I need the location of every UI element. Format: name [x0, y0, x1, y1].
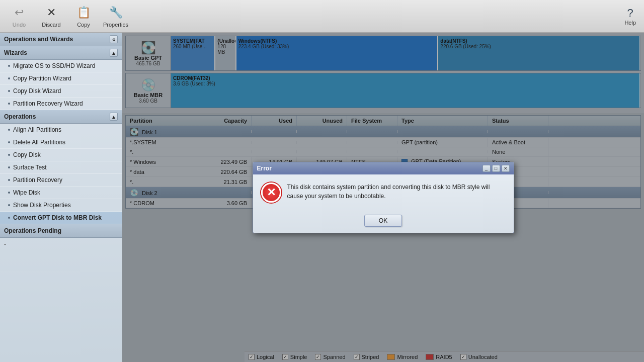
sidebar-item-surface-test[interactable]: Surface Test: [0, 161, 122, 174]
ops-pending-content: -: [0, 238, 122, 251]
main-container: Operations and Wizards « Wizards ▲ Migra…: [0, 33, 644, 362]
modal-titlebar: Error _ □ ✕: [253, 162, 514, 174]
sidebar-item-convert-gpt-label: Convert GPT Disk to MBR Disk: [13, 214, 102, 221]
sidebar-item-convert-gpt[interactable]: Convert GPT Disk to MBR Disk: [0, 212, 122, 224]
toolbar: ↩ Undo ✕ Discard 📋 Copy 🔧 Properties ? H…: [0, 0, 644, 33]
properties-button[interactable]: 🔧 Properties: [101, 2, 131, 31]
undo-button[interactable]: ↩ Undo: [4, 2, 34, 31]
sidebar-item-show-disk-props-label: Show Disk Properties: [13, 202, 71, 209]
undo-icon: ↩: [11, 5, 27, 21]
modal-title: Error: [257, 165, 272, 172]
modal-footer: OK: [253, 211, 514, 233]
sidebar-item-migrate-os[interactable]: Migrate OS to SSD/HD Wizard: [0, 60, 122, 72]
sidebar-item-copy-partition[interactable]: Copy Partition Wizard: [0, 72, 122, 85]
operations-section-label: Operations: [4, 113, 36, 120]
sidebar-item-copy-partition-label: Copy Partition Wizard: [13, 75, 71, 82]
error-icon: ✕: [261, 183, 281, 203]
discard-label: Discard: [42, 22, 60, 28]
discard-icon: ✕: [43, 5, 59, 21]
sidebar-item-show-disk-props[interactable]: Show Disk Properties: [0, 199, 122, 212]
collapse-wizards-icon[interactable]: ▲: [110, 49, 118, 57]
sidebar-item-surface-test-label: Surface Test: [13, 164, 46, 171]
sidebar-item-copy-disk[interactable]: Copy Disk Wizard: [0, 85, 122, 98]
copy-icon: 📋: [75, 5, 92, 21]
sidebar-item-partition-recovery[interactable]: Partition Recovery: [0, 174, 122, 187]
ops-wizards-section-header[interactable]: Operations and Wizards «: [0, 33, 122, 46]
sidebar: Operations and Wizards « Wizards ▲ Migra…: [0, 33, 122, 362]
modal-overlay: Error _ □ ✕ ✕ This disk contains system …: [122, 33, 644, 362]
modal-controls: _ □ ✕: [482, 165, 510, 172]
sidebar-item-migrate-os-label: Migrate OS to SSD/HD Wizard: [13, 62, 95, 69]
undo-label: Undo: [13, 22, 26, 28]
modal-restore-button[interactable]: □: [492, 165, 500, 172]
sidebar-item-align-all[interactable]: Align All Partitions: [0, 124, 122, 136]
modal-close-button[interactable]: ✕: [502, 165, 510, 172]
sidebar-item-delete-all-label: Delete All Partitions: [13, 139, 65, 146]
properties-icon: 🔧: [108, 5, 124, 21]
properties-label: Properties: [103, 22, 128, 28]
sidebar-item-copy-disk-label: Copy Disk Wizard: [13, 87, 61, 95]
copy-label: Copy: [77, 22, 90, 28]
content-area: 💽 Basic GPT 465.76 GB SYSTEM(FAT 260 MB …: [122, 33, 644, 362]
copy-button[interactable]: 📋 Copy: [68, 2, 99, 31]
ops-pending-title: Operations Pending: [4, 227, 61, 234]
ops-pending-header: Operations Pending: [0, 224, 122, 238]
ops-wizards-title: Operations and Wizards: [4, 36, 73, 43]
modal-message: This disk contains system partition and …: [287, 183, 506, 201]
sidebar-item-copy-disk-op[interactable]: Copy Disk: [0, 149, 122, 161]
sidebar-item-partition-recovery-wizard-label: Partition Recovery Wizard: [13, 100, 83, 107]
sidebar-item-partition-recovery-label: Partition Recovery: [13, 176, 62, 184]
help-label: Help: [624, 20, 636, 26]
collapse-operations-icon[interactable]: ▲: [110, 113, 118, 121]
sidebar-item-wipe-disk-label: Wipe Disk: [13, 189, 40, 196]
operations-section-header[interactable]: Operations ▲: [0, 110, 122, 124]
modal-minimize-button[interactable]: _: [482, 165, 491, 172]
wizards-section-label: Wizards: [4, 49, 27, 56]
collapse-ops-icon[interactable]: «: [110, 35, 118, 43]
help-icon: ?: [627, 7, 633, 20]
ops-pending-dash-label: -: [4, 241, 6, 248]
sidebar-item-wipe-disk[interactable]: Wipe Disk: [0, 187, 122, 199]
sidebar-item-partition-recovery-wizard[interactable]: Partition Recovery Wizard: [0, 98, 122, 110]
sidebar-item-copy-disk-op-label: Copy Disk: [13, 151, 41, 158]
modal-body: ✕ This disk contains system partition an…: [253, 174, 514, 211]
help-button[interactable]: ? Help: [620, 5, 640, 28]
modal-ok-button[interactable]: OK: [364, 215, 402, 227]
error-dialog: Error _ □ ✕ ✕ This disk contains system …: [253, 162, 514, 233]
wizards-section-header[interactable]: Wizards ▲: [0, 46, 122, 60]
sidebar-item-delete-all[interactable]: Delete All Partitions: [0, 136, 122, 149]
discard-button[interactable]: ✕ Discard: [36, 2, 66, 31]
sidebar-item-align-all-label: Align All Partitions: [13, 126, 61, 133]
